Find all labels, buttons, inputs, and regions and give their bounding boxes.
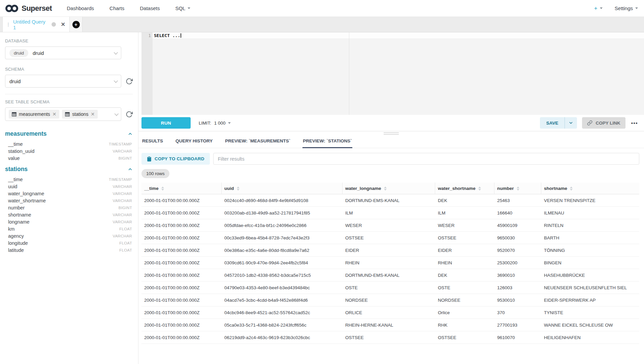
chevron-down-icon — [114, 50, 118, 55]
column-type: BIGINT — [119, 156, 132, 160]
table-cell: 04acd7e5-3cbc-4cdd-b4a9-f452e868f4d6 — [222, 294, 343, 306]
result-tab-0[interactable]: RESULTS — [142, 135, 163, 148]
refresh-tables-button[interactable] — [126, 111, 133, 118]
schema-table-measurements[interactable]: measurements — [5, 130, 133, 137]
column-header-water_shortname[interactable]: water_shortname — [435, 183, 494, 194]
column-type: TIMESTAMP — [109, 177, 132, 181]
remove-chip-icon[interactable]: ✕ — [53, 111, 57, 117]
table-cell: NEUENSEER SCHLEUSENFLETH SIEL — [541, 282, 639, 294]
sort-icon[interactable] — [478, 187, 481, 191]
code-area[interactable]: SELECT ... — [153, 32, 644, 115]
table-cell: 27700193 — [494, 319, 541, 331]
result-tab-2[interactable]: PREVIEW: `MEASUREMENTS` — [225, 135, 291, 148]
pane-resize-handle[interactable] — [138, 131, 644, 135]
table-chip-measurements[interactable]: measurements ✕ — [9, 110, 59, 119]
remove-chip-icon[interactable]: ✕ — [91, 111, 95, 117]
database-tag: druid — [9, 49, 28, 57]
schema-table-stations[interactable]: stations — [5, 166, 133, 173]
sort-icon[interactable] — [161, 187, 164, 191]
save-button[interactable]: SAVE — [540, 117, 565, 129]
column-type: VARCHAR — [113, 213, 132, 217]
table-chip-stations[interactable]: stations ✕ — [62, 110, 98, 119]
link-icon — [587, 120, 592, 126]
copy-to-clipboard-button[interactable]: COPY TO CLIPBOARD — [141, 153, 210, 165]
schema-column-row: latitude FLOAT — [5, 246, 133, 254]
column-header-number[interactable]: number — [494, 183, 541, 194]
table-cell: 00e386ac-e35c-4a6e-80dd-f8cd8a9e7a62 — [222, 244, 343, 257]
nav-item-dashboards[interactable]: Dashboards — [67, 5, 94, 11]
new-query-tab-button[interactable]: + — [70, 17, 83, 32]
column-type: VARCHAR — [113, 220, 132, 224]
schema-select[interactable]: druid — [5, 75, 121, 88]
table-cell: ILM — [343, 207, 435, 219]
table-cell: 2000-01-01T00:00:00.000Z — [141, 269, 222, 282]
table-cell: 9520070 — [494, 244, 541, 257]
table-cell: ILM — [435, 207, 494, 219]
more-actions-button[interactable]: ••• — [631, 120, 639, 126]
schema-column-row: __time TIMESTAMP — [5, 140, 133, 147]
copy-link-button[interactable]: COPY LINK — [582, 117, 625, 129]
text-cursor — [181, 33, 181, 38]
schema-column-row: shortname VARCHAR — [5, 211, 133, 218]
refresh-schemas-button[interactable] — [126, 78, 133, 85]
table-cell: 166640 — [494, 207, 541, 219]
table-cell: 2000-01-01T00:00:00.000Z — [141, 306, 222, 319]
column-type: FLOAT — [119, 248, 132, 252]
table-cell: 2000-01-01T00:00:00.000Z — [141, 219, 222, 232]
filter-results-input[interactable] — [213, 153, 639, 165]
nav-item-datasets[interactable]: Datasets — [140, 5, 160, 11]
table-cell: DEK — [435, 269, 494, 282]
table-row: 2000-01-01T00:00:00.000Z04acd7e5-3cbc-4c… — [141, 294, 639, 306]
table-cell: OSTE — [435, 282, 494, 294]
editor-toolbar: RUN LIMIT: 1 000 SAVE — [138, 115, 644, 131]
sort-icon[interactable] — [517, 187, 519, 191]
column-header-water_longname[interactable]: water_longname — [343, 183, 435, 194]
table-row: 2000-01-01T00:00:00.000Z0309cd61-90c9-47… — [141, 257, 639, 269]
table-chips: measurements ✕ stations ✕ — [9, 110, 98, 119]
close-tab-icon[interactable]: ✕ — [61, 21, 65, 28]
results-table-body: 2000-01-01T00:00:00.000Z0024cc40-d690-46… — [141, 194, 639, 344]
result-tab-3[interactable]: PREVIEW: `STATIONS` — [302, 135, 352, 148]
table-cell: VERSEN TRENNSPITZE — [541, 194, 639, 207]
chevron-up-icon[interactable] — [128, 167, 133, 172]
column-header-__time[interactable]: __time — [141, 183, 222, 194]
schema-column-row: __time TIMESTAMP — [5, 176, 133, 183]
result-tab-1[interactable]: QUERY HISTORY — [175, 135, 213, 148]
schema-column-row: water_longname VARCHAR — [5, 190, 133, 197]
new-item-button[interactable]: + — [594, 5, 603, 12]
column-name: km — [8, 226, 14, 232]
table-row: 2000-01-01T00:00:00.000Z00c33ed9-6bea-45… — [141, 232, 639, 244]
sort-icon[interactable] — [384, 187, 387, 191]
table-cell: 00c33ed9-6bea-45b4-8728-7edc7e43e2f3 — [222, 232, 343, 244]
schema-column-row: agency VARCHAR — [5, 232, 133, 239]
query-tab[interactable]: ⋮ Untitled Query 1 ✕ — [2, 17, 70, 32]
chevron-down-icon — [115, 111, 119, 116]
settings-menu[interactable]: Settings — [615, 5, 638, 11]
table-cell: OSTSEE — [435, 232, 494, 244]
chevron-up-icon[interactable] — [128, 131, 133, 136]
nav-item-charts[interactable]: Charts — [109, 5, 124, 11]
column-header-shortname[interactable]: shortname — [541, 183, 639, 194]
nav-item-sql[interactable]: SQL — [175, 5, 190, 11]
limit-dropdown[interactable]: LIMIT: 1 000 — [199, 121, 231, 126]
superset-brand[interactable]: Superset — [5, 3, 52, 13]
database-select[interactable]: druid druid — [5, 46, 121, 59]
column-header-uuid[interactable]: uuid — [222, 183, 343, 194]
sort-icon[interactable] — [570, 187, 573, 191]
sort-icon[interactable] — [237, 187, 239, 191]
column-name: agency — [8, 233, 24, 239]
table-schema-label: SEE TABLE SCHEMA — [5, 99, 133, 104]
caret-down-icon — [600, 7, 603, 9]
table-cell: WANNE EICKEL SCHLEUSE OW — [541, 319, 639, 331]
schema-label: SCHEMA — [5, 67, 133, 72]
table-schema-select[interactable]: measurements ✕ stations ✕ — [5, 107, 121, 121]
query-status-dot — [52, 22, 56, 27]
table-cell: 9530010 — [494, 294, 541, 306]
table-cell: 126003 — [494, 282, 541, 294]
save-options-button[interactable] — [565, 117, 577, 129]
table-cell: 0309cd61-90c9-470e-99d4-2ee4fb2c5f84 — [222, 257, 343, 269]
line-number: 1 — [141, 33, 151, 38]
run-button[interactable]: RUN — [141, 117, 191, 129]
column-type: FLOAT — [119, 241, 132, 245]
table-cell: 2000-01-01T00:00:00.000Z — [141, 331, 222, 344]
